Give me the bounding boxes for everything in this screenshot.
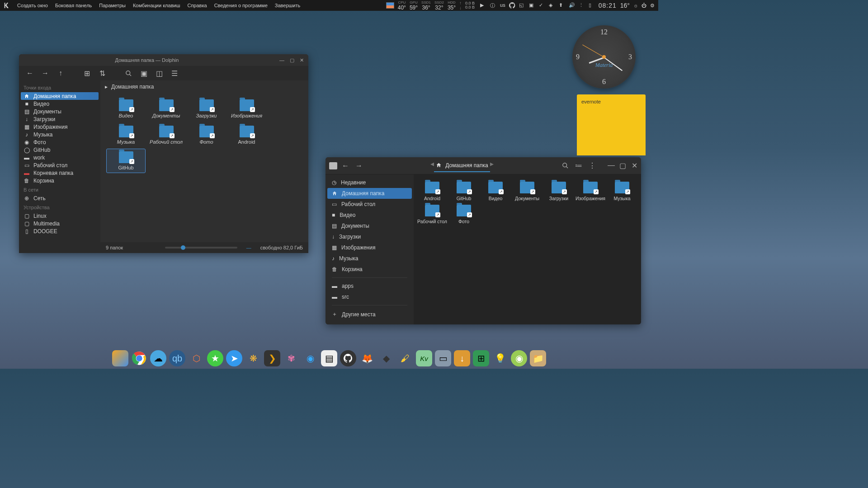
dolphin-titlebar[interactable]: Домашняя папка — Dolphin — ▢ ✕ — [19, 54, 308, 66]
dock-steam[interactable]: ◉ — [302, 350, 318, 366]
files-app-icon[interactable] — [329, 162, 337, 169]
tray-github-icon[interactable] — [509, 2, 515, 9]
dock-telegram[interactable]: ➤ — [226, 350, 242, 366]
tray-shield-icon[interactable]: ◈ — [549, 2, 555, 9]
activity-icon[interactable] — [386, 2, 394, 9]
tray-bluetooth-icon[interactable]: ⋮ — [579, 2, 585, 9]
sidebar-item[interactable]: ▭Рабочий стол — [326, 199, 414, 210]
folder-item[interactable]: ↗ Изображения — [575, 180, 606, 203]
analog-clock-widget[interactable]: 12 3 6 9 Materia — [572, 25, 636, 89]
up-button[interactable]: ↑ — [57, 70, 64, 77]
view-list-icon[interactable]: ≔ — [575, 162, 582, 169]
sidebar-item[interactable]: ▦Изображения — [326, 242, 414, 253]
keyboard-layout[interactable]: us — [500, 2, 505, 9]
sidebar-item[interactable]: Домашняя папка — [327, 188, 412, 199]
dock-qbit[interactable]: qb — [169, 350, 185, 366]
sticky-note[interactable]: evernote — [577, 94, 646, 155]
back-button[interactable]: ← — [26, 70, 33, 77]
hamburger-menu-icon[interactable]: ☰ — [171, 70, 178, 77]
system-monitor[interactable]: CPU40° GPU59° SSD136° SSD232° HDD35° ↑↓ … — [398, 0, 475, 10]
sidebar-item[interactable]: ◉Фото — [19, 138, 100, 146]
forward-button[interactable]: → — [42, 70, 49, 77]
sidebar-item[interactable]: 🗑Корзина — [326, 264, 414, 275]
info-icon[interactable]: ⓘ — [490, 2, 496, 9]
sidebar-item[interactable]: ♪Музыка — [19, 131, 100, 138]
sidebar-item[interactable]: ▦Изображения — [19, 123, 100, 131]
minimize-button[interactable]: — — [279, 57, 284, 63]
sidebar-item[interactable]: ↓Загрузки — [326, 231, 414, 242]
forward-button[interactable]: → — [355, 162, 363, 169]
folder-item[interactable]: ↗ Музыка — [107, 123, 145, 147]
folder-item[interactable]: ↗ Рабочий стол — [147, 123, 185, 147]
sidebar-item[interactable]: ▢Linux — [19, 212, 100, 220]
sidebar-item[interactable]: ▬src — [326, 291, 414, 302]
sidebar-item[interactable]: 🗑Корзина — [19, 177, 100, 184]
dock-github[interactable] — [340, 350, 356, 366]
sidebar-item[interactable]: ◷Недавние — [326, 177, 414, 188]
dock-folder[interactable]: 📁 — [530, 350, 546, 366]
close-button[interactable]: ✕ — [631, 161, 637, 170]
sidebar-item[interactable]: ♪Музыка — [326, 253, 414, 264]
pathbar[interactable]: Домашняя папка — [434, 160, 490, 172]
folder-item[interactable]: ↗ Видео — [480, 180, 511, 203]
dock-editor[interactable]: ▤ — [321, 350, 337, 366]
dock-download[interactable]: ↓ — [454, 350, 470, 366]
menu-help[interactable]: Справка — [186, 3, 208, 8]
tray-screen-icon[interactable]: ◱ — [519, 2, 525, 9]
menu-new-window[interactable]: Создать окно — [16, 3, 49, 8]
tray-clipboard-icon[interactable]: ▣ — [529, 2, 535, 9]
menu-settings[interactable]: Параметры — [98, 3, 127, 8]
folder-item[interactable]: ↗ GitHub — [107, 149, 145, 173]
power-icon[interactable]: ⏻ — [642, 3, 646, 8]
search-icon[interactable] — [125, 70, 132, 77]
folder-item[interactable]: ↗ Документы — [511, 180, 543, 203]
sidebar-item[interactable]: ■Видео — [19, 100, 100, 108]
folder-item[interactable]: ↗ Музыка — [606, 180, 638, 203]
folder-item[interactable]: ↗ Android — [416, 180, 448, 203]
back-button[interactable]: ← — [342, 162, 349, 169]
dolphin-folder-grid[interactable]: ↗ Видео ↗ Документы ↗ Загрузки ↗ Изображ… — [100, 93, 308, 242]
menu-sidebar[interactable]: Боковая панель — [54, 3, 93, 8]
dock-bulb[interactable]: 💡 — [492, 350, 508, 366]
folder-item[interactable]: ↗ Загрузки — [543, 180, 575, 203]
dock-android[interactable]: ◉ — [511, 350, 527, 366]
split-icon[interactable]: ◫ — [156, 70, 163, 77]
sidebar-item[interactable]: Домашняя папка — [21, 92, 99, 100]
dock-files[interactable] — [112, 350, 128, 366]
sidebar-item[interactable]: ▬work — [19, 154, 100, 161]
menu-shortcuts[interactable]: Комбинации клавиш — [132, 3, 181, 8]
nautilus-folder-grid[interactable]: ↗ Android ↗ GitHub ↗ Видео ↗ Документы ↗… — [414, 174, 641, 324]
sidebar-item[interactable]: ◯GitHub — [19, 146, 100, 154]
tray-check-icon[interactable]: ✓ — [539, 2, 545, 9]
dock-chrome[interactable] — [131, 350, 147, 366]
sort-icon[interactable]: ⇅ — [99, 70, 106, 77]
sidebar-item[interactable]: ▯DOOGEE — [19, 227, 100, 235]
grid-view-icon[interactable]: ⊞ — [83, 70, 90, 77]
tray-volume-icon[interactable]: 🔊 — [569, 2, 575, 9]
folder-item[interactable]: ↗ Видео — [107, 97, 145, 121]
sidebar-item[interactable]: ▤Документы — [326, 221, 414, 231]
weather-temp[interactable]: 16° — [620, 2, 630, 9]
sidebar-item[interactable]: ＋Другие места — [326, 308, 414, 320]
menu-quit[interactable]: Завершить — [274, 3, 301, 8]
sidebar-item[interactable]: ▬apps — [326, 281, 414, 291]
sidebar-item[interactable]: ↓Загрузки — [19, 115, 100, 123]
folder-item[interactable]: ↗ Документы — [147, 97, 185, 121]
dock-star[interactable]: ★ — [207, 350, 223, 366]
folder-item[interactable]: ↗ Android — [227, 123, 266, 147]
sidebar-item[interactable]: ⊕Сеть — [19, 194, 100, 202]
zoom-slider[interactable] — [165, 247, 237, 249]
nautilus-headerbar[interactable]: ← → ◂ Домашняя папка ▸ ≔ ⋮ — ▢ ✕ — [326, 157, 641, 174]
dock-plex[interactable]: ❯ — [264, 350, 280, 366]
menu-about[interactable]: Сведения о программе — [213, 3, 269, 8]
dock-brush[interactable]: 🖌 — [397, 350, 413, 366]
dock-pink[interactable]: ✾ — [283, 350, 299, 366]
breadcrumb[interactable]: ▸ Домашняя папка — [100, 80, 308, 93]
sidebar-item[interactable]: ▬Корневая папка — [19, 169, 100, 177]
minimize-button[interactable]: — — [608, 161, 614, 170]
folder-item[interactable]: ↗ Фото — [448, 203, 480, 226]
gear-icon[interactable]: ⚙ — [650, 3, 655, 9]
kde-logo-icon[interactable] — [3, 1, 11, 9]
folder-item[interactable]: ↗ Загрузки — [187, 97, 226, 121]
tray-network-icon[interactable]: ⬆ — [559, 2, 565, 9]
